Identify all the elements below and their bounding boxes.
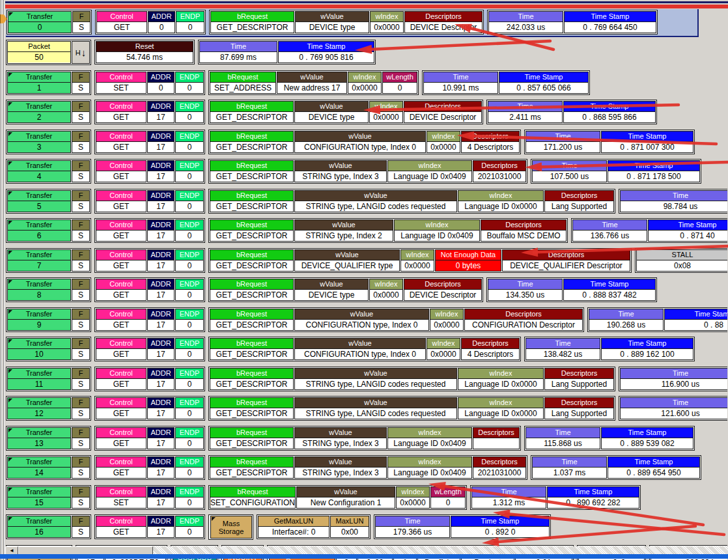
control-value[interactable]: GET	[96, 142, 146, 152]
f-value[interactable]: S	[72, 290, 89, 300]
transfer-value[interactable]: 9	[8, 320, 70, 330]
f-value[interactable]: S	[73, 22, 90, 33]
addr-value[interactable]: 17	[148, 201, 174, 212]
windex-value[interactable]: 0x0000	[397, 497, 429, 508]
transfer-header[interactable]: Transfer	[8, 487, 70, 497]
time-header[interactable]: Time	[488, 102, 562, 112]
time-value[interactable]: 171.200 us	[526, 142, 600, 152]
transfer-header[interactable]: Transfer	[8, 250, 70, 260]
addr-header[interactable]: ADDR	[148, 369, 174, 379]
control-header[interactable]: Control	[96, 72, 146, 83]
transfer-header[interactable]: Transfer	[8, 516, 70, 527]
windex-header[interactable]: wIndex	[427, 339, 460, 349]
time-header[interactable]: Time	[488, 279, 562, 290]
transfer-header[interactable]: Transfer	[8, 309, 70, 320]
windex-header[interactable]: wIndex	[458, 398, 543, 408]
time-header[interactable]: Time	[489, 12, 563, 22]
endp-header[interactable]: ENDP	[176, 457, 203, 468]
wvalue-value[interactable]: STRING type, Index 3	[295, 171, 386, 182]
windex-header[interactable]: wIndex	[371, 12, 403, 22]
control-header[interactable]: Control	[96, 309, 146, 320]
transfer-value[interactable]: 5	[8, 201, 70, 212]
time-stamp-value[interactable]: 0 . 871 178 500	[608, 171, 699, 182]
f-header[interactable]: F	[72, 487, 89, 497]
brequest-header[interactable]: bRequest	[210, 487, 295, 497]
time-stamp-header[interactable]: Time Stamp	[608, 457, 699, 468]
time-value[interactable]: 242.033 us	[489, 22, 563, 33]
time-stamp-header[interactable]: Time Stamp	[564, 102, 655, 112]
time-header[interactable]: Time	[573, 220, 647, 231]
wvalue-value[interactable]: DEVICE_QUALIFIER type	[295, 260, 399, 271]
descriptors-value[interactable]: 2021031000	[473, 468, 525, 478]
brequest-header[interactable]: bRequest	[211, 12, 294, 22]
transfer-13-row[interactable]: Transfer13FSControlGETADDR17ENDP0bReques…	[6, 426, 727, 451]
expand-marker-icon[interactable]	[8, 73, 12, 77]
descriptors-value[interactable]: Lang Supported	[545, 408, 613, 419]
windex-value[interactable]: 0x0000	[430, 320, 463, 330]
control-header[interactable]: Control	[96, 487, 146, 497]
control-value[interactable]: GET	[96, 527, 146, 537]
time-stamp-header[interactable]: Time Stamp	[564, 279, 655, 290]
endp-header[interactable]: ENDP	[176, 191, 203, 201]
time-header[interactable]: Time	[376, 516, 449, 527]
f-value[interactable]: S	[72, 201, 89, 212]
control-value[interactable]: GET	[96, 408, 146, 419]
f-header[interactable]: F	[72, 102, 89, 112]
reset-value[interactable]: 54.746 ms	[96, 52, 193, 63]
transfer-value[interactable]: 12	[8, 408, 70, 419]
time-header[interactable]: Time	[526, 339, 600, 349]
time-stamp-value[interactable]: 0 . 871 007 300	[602, 142, 693, 152]
descriptors-value[interactable]: 4 Descriptors	[462, 142, 519, 152]
brequest-value[interactable]: GET_DESCRIPTOR	[210, 468, 293, 478]
f-header[interactable]: F	[72, 279, 89, 290]
windex-header[interactable]: wIndex	[388, 161, 471, 171]
brequest-value[interactable]: GET_DESCRIPTOR	[210, 231, 293, 241]
transfer-header[interactable]: Transfer	[8, 428, 70, 438]
transfer-value[interactable]: 3	[8, 142, 70, 152]
f-value[interactable]: S	[72, 408, 89, 419]
time-header[interactable]: Time	[621, 191, 727, 201]
brequest-value[interactable]: GET_DESCRIPTOR	[210, 379, 293, 389]
addr-header[interactable]: ADDR	[148, 398, 174, 408]
addr-header[interactable]: ADDR	[148, 12, 175, 22]
transfer-value[interactable]: 13	[8, 438, 70, 449]
endp-value[interactable]: 0	[176, 142, 203, 152]
wvalue-value[interactable]: STRING type, LANGID codes requested	[295, 408, 456, 419]
addr-value[interactable]: 0	[148, 83, 174, 93]
f-header[interactable]: F	[72, 161, 89, 171]
control-value[interactable]: GET	[96, 201, 146, 212]
packet-header[interactable]: Packet	[8, 42, 70, 52]
transfer-header[interactable]: Transfer	[8, 457, 70, 468]
time-header[interactable]: Time	[533, 457, 606, 468]
expand-marker-icon[interactable]	[8, 280, 12, 284]
brequest-value[interactable]: GET_DESCRIPTOR	[210, 438, 293, 449]
time-stamp-header[interactable]: Time Stamp	[499, 72, 588, 83]
f-value[interactable]: S	[72, 527, 89, 537]
time-stamp-header[interactable]: Time Stamp	[548, 487, 639, 497]
addr-header[interactable]: ADDR	[148, 132, 174, 142]
addr-header[interactable]: ADDR	[148, 487, 174, 497]
brequest-value[interactable]: GET_DESCRIPTOR	[210, 142, 293, 152]
control-value[interactable]: GET	[96, 468, 146, 478]
wvalue-header[interactable]: wValue	[295, 457, 386, 468]
getmaxlun-header[interactable]: GetMaxLUN	[259, 516, 329, 527]
brequest-header[interactable]: bRequest	[210, 369, 293, 379]
transfer-3-row[interactable]: Transfer3FSControlGETADDR17ENDP0bRequest…	[6, 130, 727, 154]
time-stamp-value[interactable]: 0 . 88	[665, 320, 727, 330]
time-value[interactable]: 1.312 ms	[472, 497, 546, 508]
time-value[interactable]: 107.500 us	[533, 171, 606, 182]
descriptors-header[interactable]: Descriptors	[545, 398, 613, 408]
brequest-value[interactable]: GET_DESCRIPTOR	[210, 349, 293, 359]
f-header[interactable]: F	[73, 12, 90, 22]
transfer-8-row[interactable]: Transfer8FSControlGETADDR17ENDP0bRequest…	[6, 277, 727, 302]
descriptors-header[interactable]: Descriptors	[473, 428, 519, 438]
brequest-value[interactable]: GET_DESCRIPTOR	[210, 171, 293, 182]
control-header[interactable]: Control	[96, 102, 146, 112]
time-stamp-value[interactable]: 0 . 857 605 066	[499, 83, 588, 93]
time-stamp-header[interactable]: Time Stamp	[608, 161, 699, 171]
addr-value[interactable]: 17	[148, 171, 174, 182]
wvalue-header[interactable]: wValue	[297, 487, 395, 497]
addr-header[interactable]: ADDR	[148, 279, 174, 290]
descriptors-header[interactable]: Descriptors	[462, 132, 519, 142]
f-value[interactable]: S	[72, 379, 89, 389]
